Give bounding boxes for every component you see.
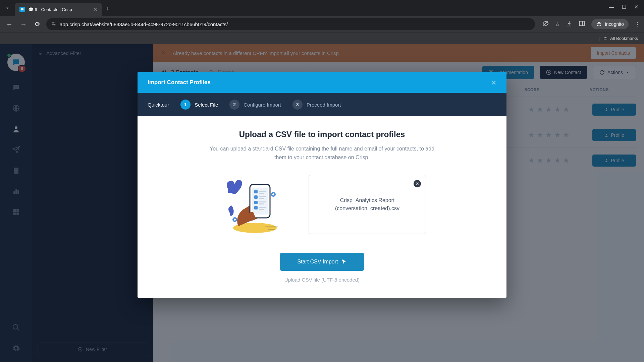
modal-header: Import Contact Profiles × [138, 72, 506, 93]
back-button[interactable]: ← [4, 19, 15, 29]
browser-toolbar: ← → ⟳ app.crisp.chat/website/6833ae5b-84… [0, 16, 644, 32]
browser-menu-icon[interactable]: ⋮ [635, 21, 640, 27]
svg-rect-54 [259, 207, 266, 208]
svg-rect-52 [259, 203, 264, 204]
quicktour-link[interactable]: Quicktour [148, 102, 169, 107]
step-1[interactable]: 1Select File [180, 100, 218, 110]
reload-button[interactable]: ⟳ [32, 19, 43, 29]
svg-rect-45 [259, 191, 266, 192]
svg-rect-53 [254, 206, 258, 209]
url-text: app.crisp.chat/website/6833ae5b-844d-4c9… [60, 21, 228, 27]
svg-point-2 [53, 22, 54, 23]
step-label: Proceed Import [307, 102, 341, 107]
window-controls: — ☐ ✕ [609, 4, 639, 10]
svg-rect-5 [580, 21, 585, 25]
tracking-blocked-icon[interactable] [542, 20, 549, 28]
close-window-icon[interactable]: ✕ [634, 4, 639, 10]
upload-illustration [218, 176, 285, 233]
svg-rect-44 [254, 190, 258, 193]
svg-rect-46 [259, 193, 264, 194]
svg-rect-47 [254, 195, 258, 199]
step-3[interactable]: 3Proceed Import [292, 100, 341, 110]
start-import-button[interactable]: Start CSV Import [280, 253, 364, 271]
folder-icon: 🗀 [603, 36, 607, 41]
remove-file-icon[interactable]: ✕ [414, 180, 421, 187]
maximize-icon[interactable]: ☐ [622, 4, 626, 10]
side-panel-icon[interactable] [579, 20, 585, 28]
downloads-icon[interactable] [566, 20, 573, 28]
modal-body: Upload a CSV file to import contact prof… [138, 116, 506, 298]
address-bar[interactable]: app.crisp.chat/website/6833ae5b-844d-4c9… [46, 18, 535, 30]
site-settings-icon[interactable] [51, 21, 56, 27]
step-number: 1 [180, 100, 191, 110]
svg-rect-51 [259, 201, 266, 202]
step-label: Select File [195, 102, 218, 107]
step-number: 2 [229, 100, 239, 110]
tab-title: 💬 6 - Contacts | Crisp [28, 7, 90, 12]
incognito-icon [596, 21, 602, 27]
svg-point-39 [234, 219, 236, 221]
crisp-favicon [19, 7, 25, 12]
import-modal: Import Contact Profiles × Quicktour 1Sel… [138, 72, 506, 298]
close-tab-icon[interactable]: ✕ [93, 6, 97, 13]
cursor-icon [341, 259, 346, 264]
svg-point-3 [54, 24, 55, 25]
svg-rect-48 [259, 196, 266, 197]
step-2[interactable]: 2Configure Import [229, 100, 281, 110]
minimize-icon[interactable]: — [609, 4, 614, 10]
forward-button[interactable]: → [18, 19, 29, 29]
modal-close-icon[interactable]: × [491, 77, 496, 87]
bookmark-star-icon[interactable]: ☆ [555, 21, 560, 27]
step-number: 3 [292, 100, 303, 110]
svg-point-41 [272, 193, 274, 195]
upload-hint: Upload CSV file (UTF-8 encoded) [158, 277, 486, 283]
tab-search-dropdown[interactable] [3, 3, 12, 13]
bookmarks-bar: | 🗀 All Bookmarks [0, 32, 644, 44]
incognito-badge[interactable]: Incognito [591, 19, 629, 29]
file-dropzone[interactable]: ✕ Crisp_Analytics Report (conversation_c… [309, 175, 426, 234]
svg-rect-55 [259, 209, 264, 210]
selected-file-name: Crisp_Analytics Report (conversation_cre… [316, 196, 419, 213]
upload-title: Upload a CSV file to import contact prof… [158, 130, 486, 139]
upload-description: You can upload a standard CSV file conta… [208, 144, 436, 162]
new-tab-button[interactable]: + [106, 6, 110, 13]
browser-tab-strip: 💬 6 - Contacts | Crisp ✕ + — ☐ ✕ [0, 0, 644, 16]
modal-steps: Quicktour 1Select File2Configure Import3… [138, 93, 506, 116]
step-label: Configure Import [244, 102, 281, 107]
svg-rect-49 [259, 198, 264, 199]
all-bookmarks-link[interactable]: All Bookmarks [610, 36, 638, 41]
modal-title: Import Contact Profiles [148, 79, 211, 86]
svg-rect-50 [254, 201, 258, 204]
browser-tab[interactable]: 💬 6 - Contacts | Crisp ✕ [15, 3, 102, 16]
